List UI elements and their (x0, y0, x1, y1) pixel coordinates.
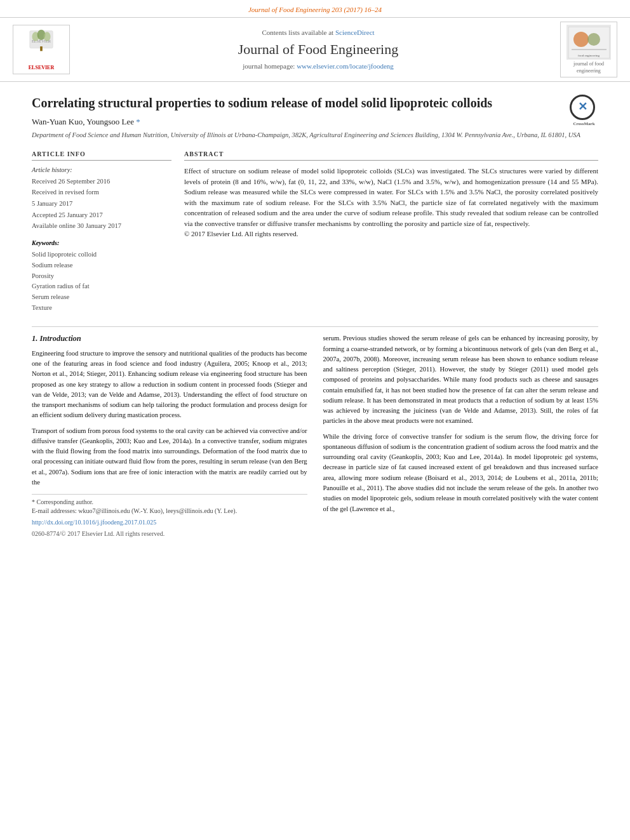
right-para-2: While the driving force of convective tr… (323, 432, 599, 514)
footnote-star: * Corresponding author. (32, 498, 307, 507)
article-info-label: ARTICLE INFO (32, 150, 171, 161)
svg-point-4 (44, 32, 51, 42)
email-line: E-mail addresses: wkuo7@illinois.edu (W.… (32, 507, 307, 516)
journal-logo-img: food engineering (566, 25, 611, 60)
revised-label: Received in revised form (32, 188, 171, 197)
body-right-col: serum. Previous studies showed the serum… (323, 333, 599, 538)
footnote-area: * Corresponding author. E-mail addresses… (32, 494, 307, 516)
email-addresses: E-mail addresses: wkuo7@illinois.edu (W.… (32, 507, 237, 514)
svg-point-8 (587, 33, 600, 46)
body-content: 1. Introduction Engineering food structu… (32, 333, 598, 538)
accepted-date: Accepted 25 January 2017 (32, 211, 171, 220)
title-text: Correlating structural properties to sod… (32, 96, 492, 110)
abstract-copyright: © 2017 Elsevier Ltd. All rights reserved… (184, 230, 298, 237)
keyword-4: Gyration radius of fat (32, 282, 171, 291)
homepage-label: journal homepage: (243, 62, 295, 70)
info-abstract-section: ARTICLE INFO Article history: Received 2… (32, 150, 598, 314)
homepage-line: journal homepage: www.elsevier.com/locat… (83, 62, 554, 71)
keywords-section: Keywords: Solid lipoproteic colloid Sodi… (32, 239, 171, 312)
svg-rect-5 (40, 46, 43, 51)
journal-citation: Journal of Food Engineering 203 (2017) 1… (0, 0, 630, 17)
journal-title: Journal of Food Engineering (83, 40, 554, 60)
crossmark-icon: ✕ (570, 95, 595, 120)
main-content: Correlating structural properties to sod… (0, 82, 630, 551)
svg-point-7 (573, 32, 589, 47)
elsevier-logo: ELSEVIER ELSEVIER (13, 22, 76, 77)
citation-text: Journal of Food Engineering 203 (2017) 1… (248, 6, 382, 13)
contents-line: Contents lists available at ScienceDirec… (83, 28, 554, 37)
keyword-2: Sodium release (32, 261, 171, 270)
authors: Wan-Yuan Kuo, Youngsoo Lee * (32, 116, 598, 128)
svg-rect-9 (572, 49, 607, 50)
intro-section-title: 1. Introduction (32, 333, 307, 345)
article-title: Correlating structural properties to sod… (32, 95, 598, 111)
issn-line: 0260-8774/© 2017 Elsevier Ltd. All right… (32, 530, 307, 538)
corresponding-star: * (134, 117, 140, 126)
journal-header-bar: ELSEVIER ELSEVIER Contents lists availab… (0, 17, 630, 82)
keyword-1: Solid lipoproteic colloid (32, 250, 171, 260)
section-number: 1. (32, 334, 37, 343)
crossmark-badge: ✕ CrossMark (570, 95, 598, 123)
journal-logo-label: journal of food engineering (563, 61, 614, 74)
revised-date: 5 January 2017 (32, 199, 171, 209)
elsevier-logo-box: ELSEVIER ELSEVIER (13, 25, 70, 74)
doi-line: http://dx.doi.org/10.1016/j.jfoodeng.201… (32, 518, 307, 527)
abstract-text: Effect of structure on sodium release of… (184, 166, 598, 239)
intro-para-1: Engineering food structure to improve th… (32, 349, 307, 421)
intro-para-2: Transport of sodium from porous food sys… (32, 426, 307, 488)
abstract-label: ABSTRACT (184, 150, 598, 161)
received-date: Received 26 September 2016 (32, 177, 171, 187)
journal-center: Contents lists available at ScienceDirec… (83, 22, 554, 77)
sciencedirect-link[interactable]: ScienceDirect (335, 29, 375, 36)
homepage-url[interactable]: www.elsevier.com/locate/jfoodeng (297, 62, 394, 70)
body-left-col: 1. Introduction Engineering food structu… (32, 333, 307, 538)
elsevier-tree-icon: ELSEVIER (22, 28, 60, 60)
journal-logo-box: food engineering journal of food enginee… (560, 22, 617, 77)
keyword-3: Porosity (32, 272, 171, 281)
abstract-body: Effect of structure on sodium release of… (184, 167, 598, 227)
svg-text:food engineering: food engineering (577, 54, 600, 57)
abstract-panel: ABSTRACT Effect of structure on sodium r… (184, 150, 598, 314)
history-title: Article history: (32, 166, 72, 173)
available-online: Available online 30 January 2017 (32, 222, 171, 231)
journal-logo-icon: food engineering (568, 27, 610, 58)
history-label: Article history: (32, 166, 171, 175)
affiliation: Department of Food Science and Human Nut… (32, 131, 598, 140)
right-para-1: serum. Previous studies showed the serum… (323, 333, 599, 426)
section-title-text: Introduction (40, 334, 81, 343)
keywords-label: Keywords: (32, 239, 171, 248)
authors-text: Wan-Yuan Kuo, Youngsoo Lee (32, 117, 134, 126)
section-divider (32, 326, 598, 327)
keyword-6: Texture (32, 303, 171, 313)
article-info-panel: ARTICLE INFO Article history: Received 2… (32, 150, 171, 314)
keyword-5: Serum release (32, 293, 171, 302)
contents-text: Contents lists available at (262, 29, 333, 36)
elsevier-wordmark: ELSEVIER (16, 64, 67, 71)
doi-url[interactable]: http://dx.doi.org/10.1016/j.jfoodeng.201… (32, 519, 156, 526)
